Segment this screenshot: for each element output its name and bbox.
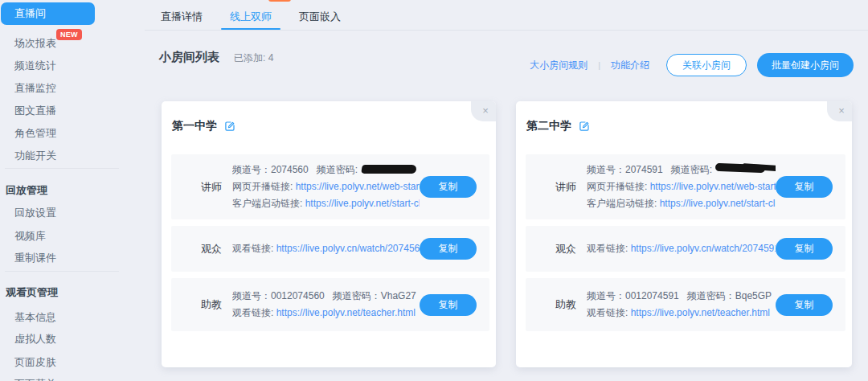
teacher-row: 讲师 频道号：2074591频道密码: 网页开播链接: https://live… xyxy=(526,154,845,219)
sidebar-item-live-monitor[interactable]: 直播监控 xyxy=(14,81,56,96)
room-title: 第二中学 xyxy=(526,119,571,133)
sidebar-item-playback-settings[interactable]: 回放设置 xyxy=(14,206,56,220)
channel-no-label: 频道号： xyxy=(232,164,271,175)
tab-live-detail[interactable]: 直播详情 xyxy=(159,0,204,30)
password-label: 频道密码: xyxy=(317,164,358,175)
sidebar-item-basic-info[interactable]: 基本信息 xyxy=(14,310,56,325)
copy-button[interactable]: 复制 xyxy=(420,294,477,316)
web-start-label: 网页开播链接: xyxy=(232,181,293,192)
sidebar-divider xyxy=(5,168,119,169)
link-feature-intro[interactable]: 功能介绍 xyxy=(611,59,649,72)
edit-icon[interactable] xyxy=(224,121,235,132)
redacted-password xyxy=(361,165,417,174)
sidebar-item-channel-stats[interactable]: 频道统计 xyxy=(14,59,56,73)
sidebar-divider xyxy=(5,271,119,272)
channel-no-label: 频道号： xyxy=(587,290,625,301)
beta-badge: beta xyxy=(268,0,291,2)
batch-create-room-button[interactable]: 批量创建小房间 xyxy=(757,53,854,77)
password-value: VhaG27 xyxy=(381,290,416,301)
role-label: 讲师 xyxy=(201,180,222,195)
viewer-row: 观众 观看链接: https://live.polyv.cn/watch/207… xyxy=(171,226,489,272)
copy-button[interactable]: 复制 xyxy=(420,176,477,198)
watch-link[interactable]: https://live.polyv.cn/watch/2074591 xyxy=(631,243,776,254)
sidebar-item-session-report[interactable]: 场次报表 xyxy=(14,36,56,51)
page-header: 小房间列表 已添加: 4 xyxy=(159,50,273,65)
viewer-row: 观众 观看链接: https://live.polyv.cn/watch/207… xyxy=(526,226,845,272)
redacted-password xyxy=(715,163,776,174)
web-start-link[interactable]: https://live.polyv.net/web-start/classro… xyxy=(650,181,776,192)
client-start-label: 客户端启动链接: xyxy=(232,198,302,209)
assistant-row: 助教 频道号：0012074591频道密码：Bqe5GP 观看链接: https… xyxy=(526,278,845,331)
channel-no-value: 2074560 xyxy=(271,164,309,175)
client-start-link[interactable]: https://live.polyv.net/start-client.html… xyxy=(660,198,776,209)
sidebar-item-role-manage[interactable]: 角色管理 xyxy=(14,126,56,141)
sidebar-item-video-library[interactable]: 视频库 xyxy=(14,229,46,244)
assistant-row: 助教 频道号：0012074560频道密码：VhaG27 观看链接: https… xyxy=(171,278,489,331)
sidebar-section-watchpage: 观看页管理 xyxy=(6,285,58,300)
edit-icon[interactable] xyxy=(579,121,590,132)
sidebar-item-image-text-live[interactable]: 图文直播 xyxy=(14,104,56,118)
sidebar-item-page-menu[interactable]: 页面菜单 xyxy=(14,377,56,381)
tab-online-dual-teacher[interactable]: 线上双师 beta xyxy=(228,0,273,30)
copy-button[interactable]: 复制 xyxy=(776,294,833,316)
channel-no-label: 频道号： xyxy=(587,164,625,175)
watch-label: 观看链接: xyxy=(587,243,628,254)
password-value: Bqe5GP xyxy=(735,290,772,301)
tabbar: 直播详情 线上双师 beta 页面嵌入 xyxy=(159,0,342,30)
close-icon[interactable]: × xyxy=(827,101,852,121)
web-start-link[interactable]: https://live.polyv.net/web-start/classro… xyxy=(296,181,420,192)
sidebar-item-remake-courseware[interactable]: 重制课件 xyxy=(14,251,56,265)
watch-link[interactable]: https://live.polyv.net/teacher.html xyxy=(276,307,416,318)
sidebar: 直播间 NEW 场次报表 频道统计 直播监控 图文直播 角色管理 功能开关 回放… xyxy=(0,0,145,381)
teacher-row: 讲师 频道号：2074560频道密码: 网页开播链接: https://live… xyxy=(171,154,489,219)
page-title: 小房间列表 xyxy=(159,50,219,65)
channel-no-value: 0012074560 xyxy=(271,290,325,301)
copy-button[interactable]: 复制 xyxy=(776,238,833,260)
room-title: 第一中学 xyxy=(172,119,217,133)
channel-no-label: 频道号： xyxy=(232,290,271,301)
web-start-label: 网页开播链接: xyxy=(587,181,647,192)
password-label: 频道密码: xyxy=(671,164,712,175)
client-start-link[interactable]: https://live.polyv.net/start-client.html… xyxy=(305,198,420,209)
role-label: 讲师 xyxy=(555,180,576,195)
client-start-label: 客户端启动链接: xyxy=(587,198,657,209)
sidebar-item-live-room[interactable]: 直播间 xyxy=(1,2,95,25)
watch-label: 观看链接: xyxy=(232,307,273,318)
tab-page-embed[interactable]: 页面嵌入 xyxy=(297,0,342,30)
tabbar-divider xyxy=(145,30,868,31)
password-label: 频道密码： xyxy=(687,290,735,301)
role-label: 助教 xyxy=(201,297,222,312)
sidebar-item-feature-switch[interactable]: 功能开关 xyxy=(14,149,56,163)
sidebar-item-label: 直播间 xyxy=(14,6,46,21)
header-actions: 大小房间规则 | 功能介绍 关联小房间 批量创建小房间 xyxy=(530,53,854,77)
channel-no-value: 0012074591 xyxy=(625,290,679,301)
channel-no-value: 2074591 xyxy=(625,164,663,175)
watch-link[interactable]: https://live.polyv.net/teacher.html xyxy=(631,307,770,318)
link-separator: | xyxy=(598,60,600,70)
close-icon[interactable]: × xyxy=(471,101,496,121)
sidebar-item-page-skin[interactable]: 页面皮肤 xyxy=(14,355,56,370)
sidebar-item-virtual-count[interactable]: 虚拟人数 xyxy=(14,332,56,346)
link-room-rules[interactable]: 大小房间规则 xyxy=(530,59,588,72)
room-card: × 第二中学 讲师 频道号：2074591频道密码: 网页开播链接: https… xyxy=(516,101,852,367)
added-count: 已添加: 4 xyxy=(234,51,273,65)
sidebar-section-playback: 回放管理 xyxy=(6,183,47,198)
password-label: 频道密码： xyxy=(333,290,381,301)
role-label: 观众 xyxy=(201,242,222,256)
associate-room-button[interactable]: 关联小房间 xyxy=(666,54,747,76)
watch-label: 观看链接: xyxy=(232,243,273,254)
room-card: × 第一中学 讲师 频道号：2074560频道密码: 网页开播链接: https… xyxy=(162,101,496,367)
role-label: 观众 xyxy=(555,242,576,256)
role-label: 助教 xyxy=(555,297,576,312)
watch-link[interactable]: https://live.polyv.cn/watch/2074560 xyxy=(276,243,420,254)
new-badge: NEW xyxy=(56,29,82,40)
copy-button[interactable]: 复制 xyxy=(420,238,477,260)
copy-button[interactable]: 复制 xyxy=(776,176,833,198)
watch-label: 观看链接: xyxy=(587,307,628,318)
